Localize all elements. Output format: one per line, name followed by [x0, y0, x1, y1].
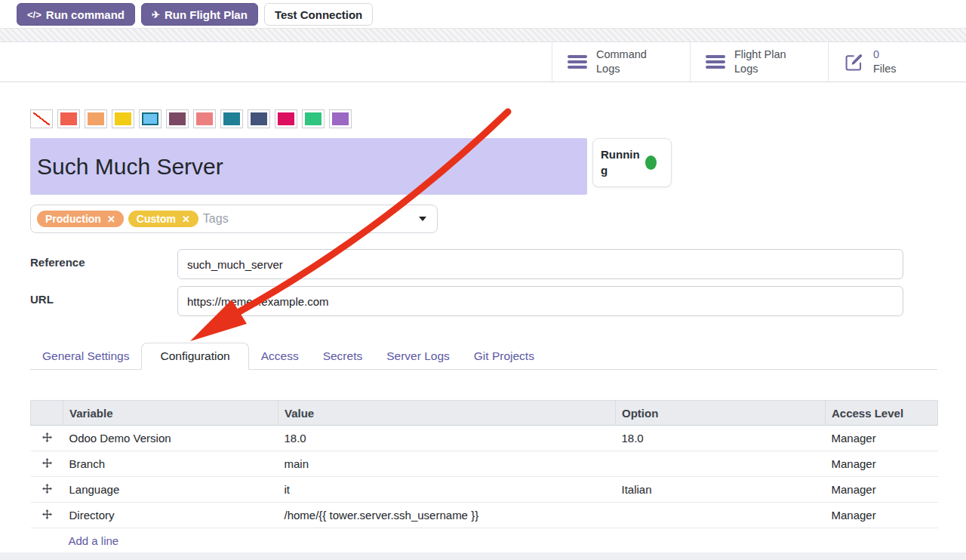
- color-swatch-none[interactable]: [30, 109, 53, 128]
- color-swatch[interactable]: [112, 109, 134, 128]
- table-cell[interactable]: main: [278, 451, 616, 477]
- table-row[interactable]: Directory/home/{{ tower.server.ssh_usern…: [31, 503, 938, 528]
- notebook-tabs: General SettingsConfigurationAccessSecre…: [30, 343, 937, 370]
- tab-server-logs[interactable]: Server Logs: [374, 343, 462, 369]
- swatch-color: [278, 112, 294, 125]
- swatch-color: [142, 112, 158, 125]
- swatch-color: [305, 112, 321, 125]
- table-cell[interactable]: 18.0: [278, 426, 616, 451]
- stat-button-flight-plan-logs[interactable]: Flight Plan Logs: [690, 42, 828, 82]
- column-header-value[interactable]: Value: [278, 401, 616, 426]
- table-cell[interactable]: Odoo Demo Version: [63, 426, 278, 451]
- stat-flightplan-line1: Flight Plan: [734, 48, 786, 60]
- table-cell[interactable]: /home/{{ tower.server.ssh_username }}: [278, 503, 616, 528]
- action-bar: </> Run command ✈ Run Flight Plan Test C…: [0, 0, 966, 28]
- color-swatch[interactable]: [329, 109, 352, 128]
- swatch-color: [60, 112, 77, 125]
- tag-remove-icon[interactable]: ✕: [182, 214, 190, 225]
- table-cell[interactable]: Manager: [826, 477, 938, 503]
- table-cell[interactable]: Italian: [616, 477, 826, 503]
- url-input[interactable]: [177, 286, 903, 316]
- files-count: 0: [873, 48, 879, 60]
- column-header-variable[interactable]: Variable: [63, 401, 278, 426]
- swatch-color: [169, 112, 186, 125]
- color-swatch[interactable]: [302, 109, 325, 128]
- move-icon: [42, 458, 52, 468]
- status-label: Running: [601, 147, 640, 178]
- tags-placeholder: Tags: [203, 212, 229, 226]
- tab-access[interactable]: Access: [249, 343, 311, 369]
- page-background-strip: [0, 552, 966, 560]
- table-cell[interactable]: Branch: [63, 451, 278, 477]
- striped-divider: [0, 28, 966, 42]
- files-label: Files: [873, 63, 897, 75]
- move-icon: [42, 484, 52, 494]
- reference-label: Reference: [30, 249, 177, 269]
- table-cell[interactable]: it: [278, 477, 616, 503]
- code-icon: </>: [27, 9, 42, 20]
- color-swatch[interactable]: [57, 109, 80, 128]
- drag-handle[interactable]: [31, 503, 63, 528]
- table-cell[interactable]: [616, 451, 826, 477]
- table-cell[interactable]: Manager: [826, 451, 938, 477]
- swatch-color: [196, 112, 213, 125]
- swatch-color: [88, 112, 104, 125]
- chevron-down-icon[interactable]: [419, 217, 426, 221]
- tag-pill[interactable]: Custom✕: [128, 211, 198, 227]
- swatch-color: [115, 112, 131, 125]
- stat-button-command-logs[interactable]: Command Logs: [552, 42, 690, 82]
- color-swatch[interactable]: [248, 109, 270, 128]
- list-icon: [706, 55, 725, 69]
- table-row[interactable]: LanguageitItalianManager: [31, 477, 938, 503]
- drag-handle[interactable]: [31, 426, 63, 451]
- color-swatch[interactable]: [220, 109, 243, 128]
- server-name-field[interactable]: Such Much Server: [30, 138, 587, 195]
- color-swatch[interactable]: [193, 109, 216, 128]
- test-connection-button[interactable]: Test Connection: [264, 3, 373, 26]
- move-icon: [42, 432, 52, 442]
- column-header-access-level[interactable]: Access Level: [826, 401, 938, 426]
- tag-pill[interactable]: Production✕: [37, 211, 124, 227]
- stat-flightplan-line2: Logs: [734, 63, 758, 75]
- reference-input[interactable]: [177, 249, 903, 279]
- drag-handle[interactable]: [31, 477, 63, 503]
- stat-command-line2: Logs: [596, 63, 620, 75]
- color-palette: [30, 109, 937, 128]
- tag-remove-icon[interactable]: ✕: [107, 214, 115, 225]
- run-command-label: Run command: [46, 8, 125, 21]
- color-swatch[interactable]: [166, 109, 189, 128]
- tag-label: Production: [45, 213, 101, 225]
- move-icon: [42, 509, 52, 519]
- tab-general-settings[interactable]: General Settings: [30, 343, 141, 369]
- color-swatch[interactable]: [85, 109, 107, 128]
- form-sheet: Such Much Server Running Production✕Cust…: [0, 82, 966, 553]
- tab-configuration[interactable]: Configuration: [141, 343, 248, 370]
- drag-handle[interactable]: [31, 451, 63, 477]
- table-row[interactable]: Odoo Demo Version18.018.0Manager: [31, 426, 938, 451]
- add-line-row: Add a line: [31, 528, 938, 553]
- table-cell[interactable]: 18.0: [616, 426, 826, 451]
- run-flight-plan-button[interactable]: ✈ Run Flight Plan: [141, 3, 258, 26]
- table-cell[interactable]: [616, 503, 826, 528]
- table-cell[interactable]: Manager: [826, 426, 938, 451]
- column-header-option[interactable]: Option: [616, 401, 826, 426]
- configuration-table: Variable Value Option Access Level Odoo …: [30, 400, 938, 553]
- run-command-button[interactable]: </> Run command: [17, 3, 135, 26]
- status-toggle-button[interactable]: Running: [592, 138, 672, 187]
- tags-select[interactable]: Production✕Custom✕ Tags: [30, 205, 438, 233]
- run-flight-plan-label: Run Flight Plan: [165, 8, 248, 21]
- test-connection-label: Test Connection: [275, 8, 362, 21]
- plane-icon: ✈: [152, 9, 160, 20]
- table-row[interactable]: BranchmainManager: [31, 451, 938, 477]
- color-swatch[interactable]: [275, 109, 297, 128]
- table-cell[interactable]: Manager: [826, 503, 938, 528]
- handle-column-header: [31, 401, 63, 426]
- table-cell[interactable]: Directory: [63, 503, 278, 528]
- table-cell[interactable]: Language: [63, 477, 278, 503]
- stat-button-files[interactable]: 0 Files: [828, 42, 966, 82]
- color-swatch[interactable]: [139, 109, 162, 128]
- tab-secrets[interactable]: Secrets: [311, 343, 375, 369]
- tab-git-projects[interactable]: Git Projects: [462, 343, 546, 369]
- list-icon: [568, 55, 587, 69]
- add-a-line-link[interactable]: Add a line: [37, 534, 119, 547]
